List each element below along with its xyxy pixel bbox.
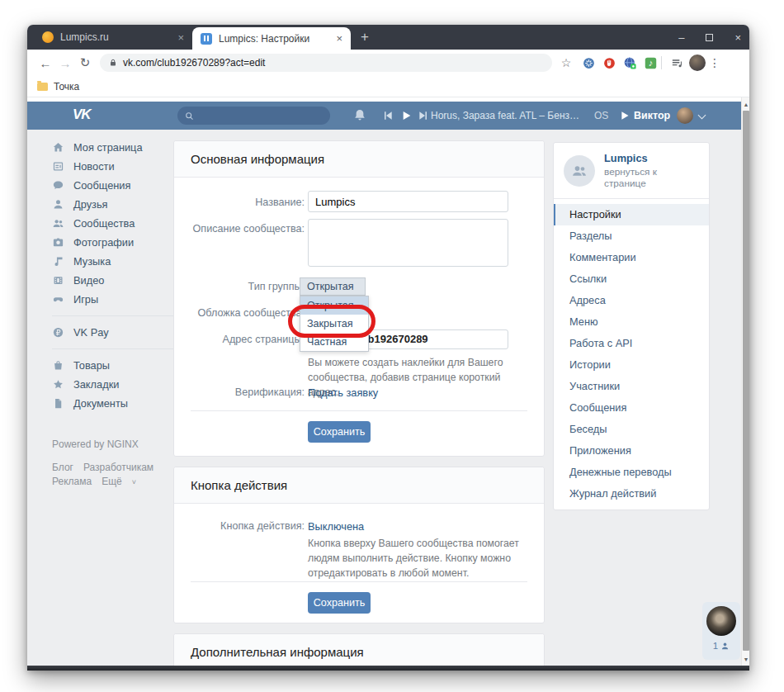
sidebar-label: VK Pay bbox=[73, 326, 109, 339]
tab-close-icon[interactable]: × bbox=[177, 31, 184, 44]
reload-button[interactable]: ↻ bbox=[75, 55, 95, 70]
bookmark-folder-icon bbox=[37, 83, 48, 91]
sidebar-label: Фотографии bbox=[73, 236, 134, 249]
verification-request-link[interactable]: Подать заявку bbox=[308, 386, 378, 399]
page-scrollbar[interactable]: ▲ ▼ bbox=[741, 97, 749, 666]
browser-profile-avatar[interactable] bbox=[689, 55, 706, 71]
online-friend-widget[interactable]: 1 bbox=[702, 602, 740, 660]
settings-menu-item-money-transfers[interactable]: Денежные переводы bbox=[554, 462, 709, 483]
settings-menu-item-apps[interactable]: Приложения bbox=[554, 440, 709, 462]
tab-title: Lumpics.ru bbox=[60, 31, 171, 43]
settings-menu-item-settings[interactable]: Настройки bbox=[554, 204, 709, 225]
settings-menu-item-sections[interactable]: Разделы bbox=[554, 225, 709, 247]
action-button-status-link[interactable]: Выключена bbox=[308, 520, 364, 533]
user-name[interactable]: Виктор bbox=[634, 110, 670, 121]
settings-menu-item-menu[interactable]: Меню bbox=[554, 311, 709, 333]
sidebar-label: Документы bbox=[73, 397, 128, 410]
sidebar-label: Игры bbox=[73, 293, 98, 306]
user-avatar[interactable] bbox=[677, 107, 693, 124]
sidebar-item-documents[interactable]: Документы bbox=[52, 394, 176, 413]
adblock-hand-extension-icon[interactable] bbox=[602, 56, 616, 70]
bookmark-tochka[interactable]: Точка bbox=[54, 81, 79, 92]
chrome-menu-icon[interactable]: ⋮ bbox=[706, 56, 724, 69]
settings-menu-item-messages[interactable]: Сообщения bbox=[554, 397, 709, 419]
sidebar-label: Сообщества bbox=[73, 217, 135, 230]
back-button[interactable]: ← bbox=[35, 56, 55, 70]
playlist-icon[interactable] bbox=[670, 56, 684, 70]
dropdown-option-closed[interactable]: Закрытая bbox=[300, 315, 368, 333]
sidebar-item-bookmarks[interactable]: Закладки bbox=[52, 375, 176, 394]
sidebar-item-music[interactable]: Музыка bbox=[52, 252, 176, 271]
settings-menu-item-api[interactable]: Работа с API bbox=[554, 333, 709, 354]
sidebar-item-friends[interactable]: Друзья bbox=[52, 195, 176, 214]
settings-menu-item-action-log[interactable]: Журнал действий bbox=[554, 483, 709, 505]
community-name-input[interactable] bbox=[308, 191, 508, 212]
sidebar-item-communities[interactable]: Сообщества bbox=[52, 214, 176, 233]
new-tab-button[interactable]: + bbox=[361, 29, 369, 45]
bookmark-star-icon[interactable]: ☆ bbox=[557, 56, 575, 69]
tab-lumpics-ru[interactable]: Lumpics.ru × bbox=[34, 25, 192, 50]
chevron-down-icon[interactable] bbox=[698, 111, 706, 120]
settings-menu-item-links[interactable]: Ссылки bbox=[554, 268, 709, 290]
sidebar-item-news[interactable]: Новости bbox=[52, 157, 176, 176]
translate-globe-extension-icon[interactable] bbox=[623, 56, 637, 70]
sidebar-item-video[interactable]: Видео bbox=[52, 271, 176, 290]
footer-link-more[interactable]: Ещё bbox=[102, 476, 122, 487]
shopping-bag-icon bbox=[52, 359, 64, 372]
sidebar-label: Моя страница bbox=[73, 141, 143, 154]
sidebar-item-goods[interactable]: Товары bbox=[52, 356, 176, 375]
sidebar-label: Сообщения bbox=[73, 179, 130, 192]
community-description-textarea[interactable] bbox=[308, 219, 508, 267]
footer-link-blog[interactable]: Блог bbox=[52, 462, 73, 473]
forward-button[interactable]: → bbox=[55, 56, 75, 70]
sidebar-item-photos[interactable]: Фотографии bbox=[52, 233, 176, 252]
more-chevron-icon: ˅ bbox=[132, 478, 136, 486]
back-to-page-link[interactable]: вернуться к странице bbox=[604, 166, 699, 189]
minimize-button[interactable]: – bbox=[678, 31, 684, 44]
mini-play-icon[interactable] bbox=[618, 107, 631, 124]
sidebar-item-games[interactable]: Игры bbox=[52, 290, 176, 309]
people-icon bbox=[571, 163, 588, 179]
sidebar-item-my-page[interactable]: Моя страница bbox=[52, 138, 176, 157]
dropdown-option-open[interactable]: Открытая bbox=[300, 296, 368, 315]
community-avatar[interactable] bbox=[564, 155, 595, 187]
window-bottom-edge bbox=[27, 666, 749, 671]
scroll-up-icon[interactable]: ▲ bbox=[742, 102, 749, 107]
film-icon bbox=[52, 274, 64, 287]
music-extension-icon[interactable]: ♪ bbox=[644, 56, 658, 70]
footer-link-developers[interactable]: Разработчикам bbox=[83, 462, 153, 473]
dropdown-option-private[interactable]: Частная bbox=[300, 333, 368, 351]
sidebar-item-messages[interactable]: Сообщения bbox=[52, 176, 176, 195]
tab-close-icon[interactable]: × bbox=[336, 32, 342, 45]
save-button[interactable]: Сохранить bbox=[308, 592, 371, 614]
group-type-select[interactable]: Открытая bbox=[300, 277, 366, 296]
save-button[interactable]: Сохранить bbox=[308, 421, 371, 443]
address-bar[interactable]: vk.com/club192670289?act=edit bbox=[100, 54, 552, 72]
tab-vk-settings[interactable]: Lumpics: Настройки × bbox=[192, 27, 351, 50]
group-type-label: Тип группы: bbox=[174, 281, 305, 292]
vk-pause-favicon-icon bbox=[201, 33, 212, 45]
section-title: Кнопка действия bbox=[174, 467, 544, 504]
music-note-glyph: ♪ bbox=[644, 56, 658, 70]
scroll-down-icon[interactable]: ▼ bbox=[742, 656, 749, 662]
extensions-row: ♪ bbox=[582, 56, 658, 70]
settings-menu-item-members[interactable]: Участники bbox=[554, 376, 709, 397]
settings-menu-item-addresses[interactable]: Адреса bbox=[554, 290, 709, 311]
vk-helper-extension-icon[interactable] bbox=[582, 56, 596, 70]
vk-logo[interactable]: VK bbox=[73, 107, 91, 123]
sidebar-label: Новости bbox=[73, 160, 115, 173]
cover-label: Обложка сообщества: bbox=[174, 307, 305, 319]
settings-menu-item-chats[interactable]: Беседы bbox=[554, 419, 709, 440]
community-name-link[interactable]: Lumpics bbox=[604, 152, 699, 164]
settings-menu-item-stories[interactable]: Истории bbox=[554, 354, 709, 376]
maximize-button[interactable] bbox=[706, 34, 713, 41]
sidebar-label: Видео bbox=[73, 274, 104, 287]
friend-photo bbox=[706, 606, 736, 636]
settings-menu-item-comments[interactable]: Комментарии bbox=[554, 247, 709, 268]
scrollbar-thumb[interactable] bbox=[743, 111, 749, 651]
gamepad-icon bbox=[52, 293, 64, 306]
sidebar-item-vk-pay[interactable]: VK Pay bbox=[52, 323, 176, 342]
card-divider bbox=[191, 581, 527, 582]
footer-link-ads[interactable]: Реклама bbox=[52, 476, 92, 487]
close-button[interactable]: × bbox=[734, 31, 741, 44]
